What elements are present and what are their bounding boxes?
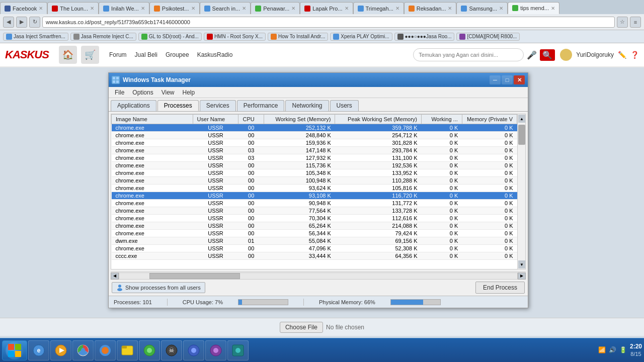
kaskus-home-icon[interactable]: 🏠 xyxy=(59,46,77,64)
menu-options[interactable]: Options xyxy=(128,88,157,97)
bookmark-4[interactable]: HMN - Root Sony X... xyxy=(204,33,266,41)
choose-file-button[interactable]: Choose File xyxy=(280,322,323,333)
col-image-name[interactable]: Image Name xyxy=(112,115,193,124)
menu-file[interactable]: File xyxy=(111,88,128,97)
tab-processes[interactable]: Processes xyxy=(157,100,199,111)
bookmark-7[interactable]: ●●●○●●●Jasa Roo... xyxy=(394,33,455,41)
table-row[interactable]: chrome.exe USSR 00 47,096 K 52,308 K 0 K… xyxy=(112,245,517,252)
tab-close[interactable]: ✕ xyxy=(191,6,195,11)
table-row[interactable]: dwm.exe USSR 01 55,084 K 69,156 K 0 K 0 … xyxy=(112,237,517,245)
tab-users[interactable]: Users xyxy=(330,100,359,111)
show-processes-button[interactable]: Show processes from all users xyxy=(112,282,205,293)
tab-close[interactable]: ✕ xyxy=(242,6,246,11)
tab-trimegah[interactable]: Trimegah... ✕ xyxy=(353,2,404,14)
tab-close[interactable]: ✕ xyxy=(448,6,452,11)
taskbar-wmp[interactable] xyxy=(50,340,71,360)
nav-jualbeli[interactable]: Jual Beli xyxy=(135,51,157,58)
tab-close[interactable]: ✕ xyxy=(345,6,349,11)
settings-button[interactable]: ≡ xyxy=(630,17,641,28)
taskbar-blue[interactable] xyxy=(183,340,204,360)
tab-inilah[interactable]: Inilah We... ✕ xyxy=(99,2,149,14)
nav-groupee[interactable]: Groupee xyxy=(166,51,189,58)
start-button[interactable] xyxy=(2,340,27,360)
bookmark-6[interactable]: Xperia PLAY Optimi... xyxy=(330,33,392,41)
tab-reksadan[interactable]: Reksadan... ✕ xyxy=(404,2,457,14)
menu-help[interactable]: Help xyxy=(179,88,199,97)
vertical-scrollbar[interactable]: ▲ ▼ xyxy=(517,114,525,269)
tab-close[interactable]: ✕ xyxy=(395,6,399,11)
col-user-name[interactable]: User Name xyxy=(193,115,238,124)
tab-close[interactable]: ✕ xyxy=(39,6,43,11)
bookmark-3[interactable]: GL to SD(root) - And... xyxy=(138,33,202,41)
table-row[interactable]: cccc.exe USSR 00 33,444 K 64,356 K 0 K 0… xyxy=(112,252,517,260)
taskbar-explorer[interactable] xyxy=(117,340,138,360)
col-working2[interactable]: Working ... xyxy=(422,115,462,124)
star-button[interactable]: ☆ xyxy=(617,17,628,28)
tab-close[interactable]: ✕ xyxy=(90,6,94,11)
kaskus-logo[interactable]: KASKUS xyxy=(5,48,49,61)
table-row[interactable]: chrome.exe USSR 03 147,148 K 293,784 K 0… xyxy=(112,147,517,154)
tab-samsung[interactable]: Samsung... ✕ xyxy=(456,2,508,14)
table-row[interactable]: chrome.exe USSR 00 90,948 K 131,772 K 0 … xyxy=(112,200,517,207)
search-voice-icon[interactable]: 🎤 xyxy=(527,50,537,60)
bookmark-1[interactable]: Jasa Inject Smartfren... xyxy=(3,33,68,41)
maximize-button[interactable]: □ xyxy=(502,75,513,84)
col-peak-working-set[interactable]: Peak Working Set (Memory) xyxy=(335,115,422,124)
col-working-set[interactable]: Working Set (Memory) xyxy=(264,115,335,124)
nav-radio[interactable]: KaskusRadio xyxy=(197,51,233,58)
taskbar-skull[interactable]: ☠ xyxy=(161,340,182,360)
hscroll-track[interactable] xyxy=(119,273,518,280)
tab-tips[interactable]: tips mend... ✕ xyxy=(508,2,559,14)
bookmark-8[interactable]: [CDMA][ROM] R800... xyxy=(456,33,520,41)
table-row[interactable]: chrome.exe USSR 03 127,932 K 131,100 K 0… xyxy=(112,154,517,162)
col-cpu[interactable]: CPU xyxy=(238,115,264,124)
tab-close[interactable]: ✕ xyxy=(291,6,295,11)
taskbar-chrome[interactable] xyxy=(72,340,94,360)
kaskus-search-input[interactable] xyxy=(413,48,524,61)
table-row[interactable]: chrome.exe USSR 00 93,108 K 116,720 K 0 … xyxy=(112,192,517,200)
tab-networking[interactable]: Networking xyxy=(285,100,329,111)
refresh-button[interactable]: ↻ xyxy=(29,17,40,28)
minimize-button[interactable]: ─ xyxy=(490,75,501,84)
scroll-thumb[interactable] xyxy=(518,125,525,145)
table-row[interactable]: chrome.exe USSR 00 70,304 K 112,616 K 0 … xyxy=(112,215,517,222)
bookmark-2[interactable]: Jasa Remote Inject C... xyxy=(70,33,136,41)
tab-close[interactable]: ✕ xyxy=(499,6,503,11)
back-button[interactable]: ◀ xyxy=(3,17,14,28)
bookmark-5[interactable]: How To Install Andr... xyxy=(268,33,328,41)
end-process-button[interactable]: End Process xyxy=(475,282,525,294)
tab-performance[interactable]: Performance xyxy=(237,100,285,111)
taskbar-firefox[interactable] xyxy=(95,340,116,360)
table-row[interactable]: chrome.exe USSR 00 105,348 K 133,952 K 0… xyxy=(112,169,517,177)
edit-icon[interactable]: ✏️ xyxy=(618,51,626,59)
table-row[interactable]: chrome.exe USSR 00 252,132 K 359,788 K 0… xyxy=(112,124,517,132)
table-row[interactable]: chrome.exe USSR 00 65,264 K 214,088 K 0 … xyxy=(112,222,517,230)
search-submit-button[interactable]: 🔍 xyxy=(540,49,555,61)
menu-view[interactable]: View xyxy=(157,88,179,97)
table-row[interactable]: chrome.exe USSR 00 56,344 K 79,424 K 0 K… xyxy=(112,230,517,237)
table-row[interactable]: chrome.exe USSR 00 93,624 K 105,816 K 0 … xyxy=(112,185,517,192)
nav-forum[interactable]: Forum xyxy=(109,51,127,58)
table-row[interactable]: chrome.exe USSR 00 77,564 K 133,728 K 0 … xyxy=(112,207,517,215)
tab-applications[interactable]: Applications xyxy=(111,100,156,111)
tab-facebook[interactable]: Facebook ✕ xyxy=(0,2,47,14)
tab-lounge[interactable]: The Loun... ✕ xyxy=(47,2,99,14)
table-row[interactable]: chrome.exe USSR 00 100,948 K 110,288 K 0… xyxy=(112,177,517,185)
close-button[interactable]: ✕ xyxy=(514,75,525,84)
tab-close[interactable]: ✕ xyxy=(141,6,145,11)
tab-penawar[interactable]: Penawar... ✕ xyxy=(251,2,300,14)
tab-services[interactable]: Services xyxy=(200,100,236,111)
table-row[interactable]: chrome.exe USSR 00 248,840 K 254,712 K 0… xyxy=(112,132,517,139)
taskbar-purple[interactable] xyxy=(205,340,226,360)
taskbar-greenarrow[interactable] xyxy=(139,340,160,360)
hscroll-thumb[interactable] xyxy=(149,273,240,279)
table-row[interactable]: chrome.exe USSR 00 115,736 K 192,536 K 0… xyxy=(112,162,517,169)
tab-psikotest[interactable]: Psikotest... ✕ xyxy=(149,2,200,14)
tab-lapak[interactable]: Lapak Pro... ✕ xyxy=(300,2,353,14)
tab-search[interactable]: Search in... ✕ xyxy=(200,2,251,14)
kaskus-cart-icon[interactable]: 🛒 xyxy=(81,46,99,64)
table-row[interactable]: chrome.exe USSR 00 159,936 K 301,828 K 0… xyxy=(112,139,517,147)
col-memory-private[interactable]: Memory (Private V xyxy=(462,115,517,124)
taskbar-ie[interactable]: e xyxy=(28,340,49,360)
address-bar[interactable]: www.kaskus.co.id/post_reply/51f739a659cb… xyxy=(42,17,615,28)
